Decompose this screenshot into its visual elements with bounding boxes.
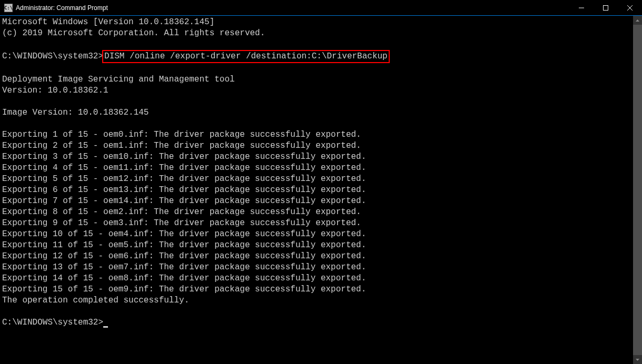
client-area: Microsoft Windows [Version 10.0.18362.14… xyxy=(0,16,642,364)
scrollbar-track[interactable] xyxy=(633,25,642,355)
scroll-up-button[interactable] xyxy=(633,16,642,25)
export-line: Exporting 14 of 15 - oem8.inf: The drive… xyxy=(2,273,631,284)
dism-tool-line: Deployment Image Servicing and Managemen… xyxy=(2,74,631,85)
export-line: Exporting 2 of 15 - oem1.inf: The driver… xyxy=(2,140,631,151)
close-button[interactable] xyxy=(618,0,642,16)
dism-version-line: Version: 10.0.18362.1 xyxy=(2,85,631,96)
export-line: Exporting 5 of 15 - oem12.inf: The drive… xyxy=(2,174,631,185)
svg-marker-5 xyxy=(636,359,639,361)
export-line: Exporting 8 of 15 - oem2.inf: The driver… xyxy=(2,207,631,218)
export-line: Exporting 11 of 15 - oem5.inf: The drive… xyxy=(2,240,631,251)
export-line: Exporting 3 of 15 - oem10.inf: The drive… xyxy=(2,151,631,163)
image-version-line: Image Version: 10.0.18362.145 xyxy=(2,107,631,118)
export-line: Exporting 10 of 15 - oem4.inf: The drive… xyxy=(2,229,631,240)
completed-line: The operation completed successfully. xyxy=(2,295,631,306)
command-prompt-window: C:\ Administrator: Command Prompt Micros… xyxy=(0,0,642,364)
os-version-line: Microsoft Windows [Version 10.0.18362.14… xyxy=(2,17,631,28)
export-line: Exporting 15 of 15 - oem9.inf: The drive… xyxy=(2,284,631,295)
terminal-output[interactable]: Microsoft Windows [Version 10.0.18362.14… xyxy=(0,16,633,364)
scrollbar-thumb[interactable] xyxy=(633,25,642,355)
export-line: Exporting 9 of 15 - oem3.inf: The driver… xyxy=(2,218,631,229)
prompt-prefix: C:\WINDOWS\system32> xyxy=(2,318,103,327)
copyright-line: (c) 2019 Microsoft Corporation. All righ… xyxy=(2,28,631,39)
titlebar[interactable]: C:\ Administrator: Command Prompt xyxy=(0,0,642,16)
prompt-prefix: C:\WINDOWS\system32> xyxy=(2,52,103,61)
export-line: Exporting 1 of 15 - oem0.inf: The driver… xyxy=(2,129,631,140)
text-cursor xyxy=(103,326,108,328)
vertical-scrollbar[interactable] xyxy=(633,16,642,364)
svg-marker-4 xyxy=(636,19,639,22)
maximize-button[interactable] xyxy=(594,0,618,16)
scroll-down-button[interactable] xyxy=(633,355,642,364)
window-title: Administrator: Command Prompt xyxy=(16,4,108,12)
export-line: Exporting 13 of 15 - oem7.inf: The drive… xyxy=(2,262,631,273)
export-line: Exporting 6 of 15 - oem13.inf: The drive… xyxy=(2,185,631,196)
export-line: Exporting 12 of 15 - oem6.inf: The drive… xyxy=(2,251,631,262)
cmd-icon: C:\ xyxy=(4,4,13,12)
export-line: Exporting 7 of 15 - oem14.inf: The drive… xyxy=(2,196,631,207)
minimize-button[interactable] xyxy=(569,0,594,16)
highlighted-command: DISM /online /export-driver /destination… xyxy=(102,50,390,63)
export-line: Exporting 4 of 15 - oem11.inf: The drive… xyxy=(2,163,631,174)
svg-rect-1 xyxy=(604,5,608,10)
